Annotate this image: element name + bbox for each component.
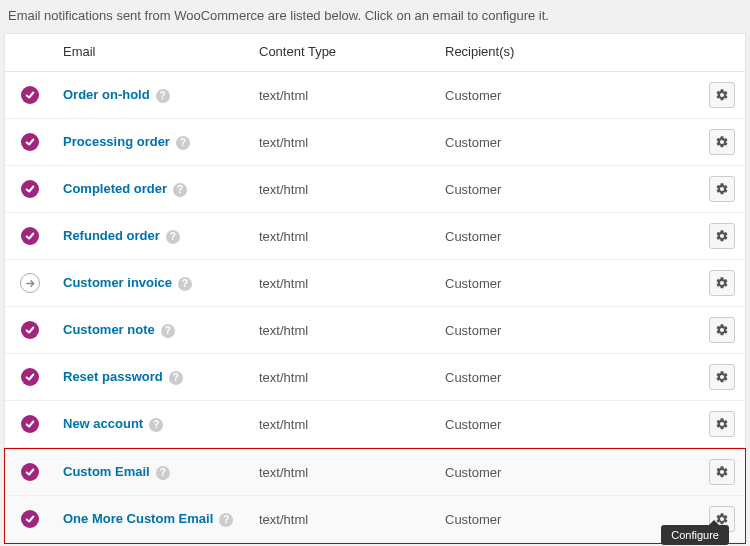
recipients: Customer bbox=[437, 213, 681, 260]
help-icon[interactable]: ? bbox=[166, 230, 180, 244]
help-icon[interactable]: ? bbox=[219, 513, 233, 527]
status-enabled-icon[interactable] bbox=[21, 368, 39, 386]
page-root: Email notifications sent from WooCommerc… bbox=[0, 0, 750, 546]
email-link[interactable]: Refunded order bbox=[63, 228, 160, 243]
configure-button[interactable] bbox=[709, 176, 735, 202]
help-icon[interactable]: ? bbox=[178, 277, 192, 291]
emails-table-highlighted: Custom Email?text/htmlCustomerOne More C… bbox=[4, 448, 746, 544]
content-type: text/html bbox=[251, 354, 437, 401]
table-row: Reset password?text/htmlCustomer bbox=[5, 354, 745, 401]
table-row: Customer invoice?text/htmlCustomer bbox=[5, 260, 745, 307]
content-type: text/html bbox=[251, 213, 437, 260]
recipients: Customer bbox=[437, 166, 681, 213]
email-link[interactable]: Order on-hold bbox=[63, 87, 150, 102]
status-enabled-icon[interactable] bbox=[21, 180, 39, 198]
table-row: Processing order?text/htmlCustomer bbox=[5, 119, 745, 166]
help-icon[interactable]: ? bbox=[156, 89, 170, 103]
emails-table-main: Email Content Type Recipient(s) Order on… bbox=[4, 33, 746, 449]
status-enabled-icon[interactable] bbox=[21, 86, 39, 104]
table-row: Order on-hold?text/htmlCustomer bbox=[5, 72, 745, 119]
recipients: Customer bbox=[437, 72, 681, 119]
content-type: text/html bbox=[251, 449, 437, 496]
col-ctype-header: Content Type bbox=[251, 34, 437, 72]
configure-button[interactable] bbox=[709, 129, 735, 155]
email-link[interactable]: Completed order bbox=[63, 181, 167, 196]
table-row: New account?text/htmlCustomer bbox=[5, 401, 745, 448]
table-row: Custom Email?text/htmlCustomer bbox=[5, 449, 745, 496]
email-link[interactable]: New account bbox=[63, 416, 143, 431]
configure-button[interactable] bbox=[709, 411, 735, 437]
help-icon[interactable]: ? bbox=[161, 324, 175, 338]
col-gear-header bbox=[681, 34, 745, 72]
configure-button[interactable] bbox=[709, 82, 735, 108]
content-type: text/html bbox=[251, 307, 437, 354]
content-type: text/html bbox=[251, 119, 437, 166]
table-row: One More Custom Email?text/htmlCustomer bbox=[5, 496, 745, 543]
status-enabled-icon[interactable] bbox=[21, 321, 39, 339]
intro-text: Email notifications sent from WooCommerc… bbox=[4, 0, 746, 33]
email-link[interactable]: Customer invoice bbox=[63, 275, 172, 290]
status-enabled-icon[interactable] bbox=[21, 227, 39, 245]
configure-button[interactable] bbox=[709, 270, 735, 296]
recipients: Customer bbox=[437, 401, 681, 448]
help-icon[interactable]: ? bbox=[173, 183, 187, 197]
configure-button[interactable] bbox=[709, 223, 735, 249]
table-row: Refunded order?text/htmlCustomer bbox=[5, 213, 745, 260]
email-link[interactable]: Custom Email bbox=[63, 464, 150, 479]
help-icon[interactable]: ? bbox=[149, 418, 163, 432]
content-type: text/html bbox=[251, 166, 437, 213]
status-enabled-icon[interactable] bbox=[21, 133, 39, 151]
email-link[interactable]: One More Custom Email bbox=[63, 511, 213, 526]
recipients: Customer bbox=[437, 307, 681, 354]
recipients: Customer bbox=[437, 260, 681, 307]
recipients: Customer bbox=[437, 496, 681, 543]
help-icon[interactable]: ? bbox=[156, 466, 170, 480]
content-type: text/html bbox=[251, 401, 437, 448]
col-status-header bbox=[5, 34, 55, 72]
recipients: Customer bbox=[437, 119, 681, 166]
status-enabled-icon[interactable] bbox=[21, 463, 39, 481]
status-enabled-icon[interactable] bbox=[21, 415, 39, 433]
recipients: Customer bbox=[437, 354, 681, 401]
configure-button[interactable] bbox=[709, 459, 735, 485]
content-type: text/html bbox=[251, 72, 437, 119]
email-link[interactable]: Reset password bbox=[63, 369, 163, 384]
recipients: Customer bbox=[437, 449, 681, 496]
email-link[interactable]: Customer note bbox=[63, 322, 155, 337]
configure-button[interactable] bbox=[709, 317, 735, 343]
col-recip-header: Recipient(s) bbox=[437, 34, 681, 72]
configure-tooltip: Configure bbox=[661, 525, 729, 545]
content-type: text/html bbox=[251, 260, 437, 307]
email-link[interactable]: Processing order bbox=[63, 134, 170, 149]
table-row: Customer note?text/htmlCustomer bbox=[5, 307, 745, 354]
status-manual-icon[interactable] bbox=[20, 273, 40, 293]
status-enabled-icon[interactable] bbox=[21, 510, 39, 528]
help-icon[interactable]: ? bbox=[169, 371, 183, 385]
configure-button[interactable] bbox=[709, 364, 735, 390]
table-row: Completed order?text/htmlCustomer bbox=[5, 166, 745, 213]
content-type: text/html bbox=[251, 496, 437, 543]
col-email-header: Email bbox=[55, 34, 251, 72]
help-icon[interactable]: ? bbox=[176, 136, 190, 150]
